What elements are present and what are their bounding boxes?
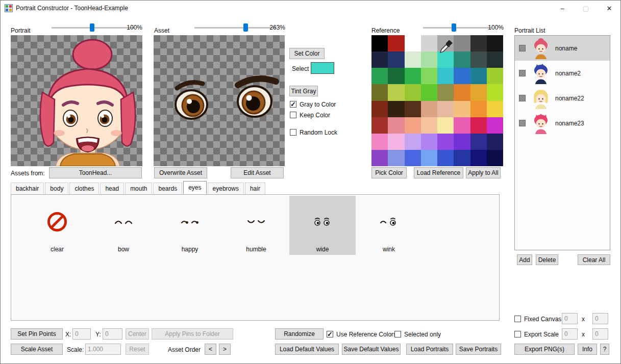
palette-cell[interactable] bbox=[437, 150, 454, 166]
pin-x-input[interactable] bbox=[72, 328, 91, 340]
apply-to-all-button[interactable]: Apply to All bbox=[466, 167, 501, 178]
palette-cell[interactable] bbox=[454, 35, 470, 51]
asset-item-happy[interactable]: happy bbox=[157, 196, 223, 255]
portrait-lock-checkbox[interactable] bbox=[519, 70, 526, 76]
tab-beards[interactable]: beards bbox=[153, 183, 182, 194]
asset-item-humble[interactable]: humble bbox=[223, 196, 289, 255]
tab-mouth[interactable]: mouth bbox=[125, 183, 152, 194]
palette-cell[interactable] bbox=[470, 101, 487, 117]
palette-cell[interactable] bbox=[388, 117, 404, 134]
random-lock-checkbox[interactable] bbox=[290, 129, 296, 136]
palette-cell[interactable] bbox=[405, 117, 421, 134]
palette-cell[interactable] bbox=[421, 68, 437, 84]
portrait-list-item[interactable]: noname2 bbox=[515, 61, 610, 86]
palette-cell[interactable] bbox=[487, 134, 503, 150]
palette-cell[interactable] bbox=[421, 150, 437, 166]
palette-cell[interactable] bbox=[405, 134, 421, 150]
palette-cell[interactable] bbox=[437, 51, 454, 68]
export-png-button[interactable]: Export PNG(s) bbox=[514, 344, 575, 355]
palette-cell[interactable] bbox=[454, 150, 470, 166]
overwrite-asset-button[interactable]: Overwrite Asset bbox=[154, 167, 207, 178]
export-scale-width-input[interactable] bbox=[562, 328, 578, 340]
palette-cell[interactable] bbox=[405, 51, 421, 68]
palette-cell[interactable] bbox=[437, 68, 454, 84]
palette-cell[interactable] bbox=[454, 101, 470, 117]
asset-item-wink[interactable]: wink bbox=[356, 196, 422, 255]
fixed-canvas-checkbox[interactable] bbox=[514, 316, 521, 322]
palette-cell[interactable] bbox=[388, 68, 404, 84]
maximize-button[interactable]: ▢ bbox=[574, 1, 598, 16]
tab-head[interactable]: head bbox=[100, 183, 124, 194]
minimize-button[interactable]: – bbox=[551, 1, 574, 16]
portrait-lock-checkbox[interactable] bbox=[519, 120, 526, 126]
fixed-canvas-height-input[interactable] bbox=[592, 313, 608, 324]
tab-hair[interactable]: hair bbox=[245, 183, 265, 194]
asset-item-clear[interactable]: clear bbox=[24, 196, 90, 255]
palette-cell[interactable] bbox=[487, 117, 503, 134]
tab-eyebrows[interactable]: eyebrows bbox=[208, 183, 244, 194]
portrait-list-item[interactable]: noname22 bbox=[515, 86, 610, 111]
close-button[interactable]: ✕ bbox=[598, 1, 621, 16]
palette-cell[interactable] bbox=[470, 150, 487, 166]
palette-cell[interactable] bbox=[388, 35, 404, 51]
palette-cell[interactable] bbox=[388, 150, 404, 166]
palette-cell[interactable] bbox=[454, 84, 470, 100]
asset-order-next-button[interactable]: > bbox=[219, 344, 231, 355]
assets-from-button[interactable]: ToonHead... bbox=[49, 167, 142, 178]
randomize-button[interactable]: Randomize bbox=[275, 328, 324, 340]
palette-cell[interactable] bbox=[388, 51, 404, 68]
save-portraits-button[interactable]: Save Portraits bbox=[456, 344, 501, 355]
palette-cell[interactable] bbox=[470, 51, 487, 68]
palette-cell[interactable] bbox=[437, 84, 454, 100]
palette-cell[interactable] bbox=[470, 68, 487, 84]
palette-cell[interactable] bbox=[487, 51, 503, 68]
title-bar[interactable]: Portrait Constructor - ToonHead-Example … bbox=[1, 1, 620, 16]
palette-cell[interactable] bbox=[487, 101, 503, 117]
palette-cell[interactable] bbox=[454, 117, 470, 134]
load-portraits-button[interactable]: Load Portraits bbox=[406, 344, 453, 355]
info-button[interactable]: Info bbox=[578, 344, 597, 355]
portrait-zoom-slider-thumb[interactable] bbox=[90, 23, 94, 32]
delete-portrait-button[interactable]: Delete bbox=[536, 254, 558, 265]
palette-cell[interactable] bbox=[437, 117, 454, 134]
palette-cell[interactable] bbox=[421, 35, 437, 51]
palette-cell[interactable] bbox=[470, 35, 487, 51]
keep-color-checkbox[interactable] bbox=[290, 112, 296, 118]
set-color-button[interactable]: Set Color bbox=[289, 48, 325, 59]
palette-cell[interactable] bbox=[405, 101, 421, 117]
fixed-canvas-width-input[interactable] bbox=[562, 313, 578, 324]
palette-cell[interactable] bbox=[470, 134, 487, 150]
tab-backhair[interactable]: backhair bbox=[11, 183, 44, 194]
load-default-values-button[interactable]: Load Default Values bbox=[275, 344, 339, 355]
asset-zoom-slider-thumb[interactable] bbox=[243, 23, 248, 32]
scale-asset-button[interactable]: Scale Asset bbox=[11, 344, 63, 355]
selected-color-swatch[interactable] bbox=[311, 62, 334, 75]
palette-cell[interactable] bbox=[371, 35, 388, 51]
pin-y-input[interactable] bbox=[103, 328, 122, 340]
palette-cell[interactable] bbox=[470, 117, 487, 134]
palette-cell[interactable] bbox=[371, 51, 388, 68]
palette-cell[interactable] bbox=[454, 134, 470, 150]
palette-cell[interactable] bbox=[437, 134, 454, 150]
palette-cell[interactable] bbox=[388, 101, 404, 117]
selected-only-checkbox[interactable] bbox=[394, 331, 401, 337]
portrait-list-item[interactable]: noname23 bbox=[515, 111, 610, 136]
palette-cell[interactable] bbox=[371, 134, 388, 150]
portrait-lock-checkbox[interactable] bbox=[519, 95, 526, 101]
use-reference-colors-checkbox[interactable] bbox=[327, 331, 333, 337]
palette-cell[interactable] bbox=[405, 35, 421, 51]
palette-cell[interactable] bbox=[421, 134, 437, 150]
palette-cell[interactable] bbox=[371, 101, 388, 117]
palette-cell[interactable] bbox=[454, 68, 470, 84]
palette-cell[interactable] bbox=[421, 51, 437, 68]
asset-order-prev-button[interactable]: < bbox=[205, 344, 216, 355]
load-reference-button[interactable]: Load Reference bbox=[414, 167, 463, 178]
palette-cell[interactable] bbox=[487, 150, 503, 166]
palette-cell[interactable] bbox=[470, 84, 487, 100]
tab-eyes[interactable]: eyes bbox=[183, 181, 206, 194]
palette-cell[interactable] bbox=[437, 101, 454, 117]
palette-cell[interactable] bbox=[388, 134, 404, 150]
center-button[interactable]: Center bbox=[126, 328, 149, 340]
palette-cell[interactable] bbox=[405, 68, 421, 84]
asset-canvas[interactable] bbox=[154, 35, 285, 166]
